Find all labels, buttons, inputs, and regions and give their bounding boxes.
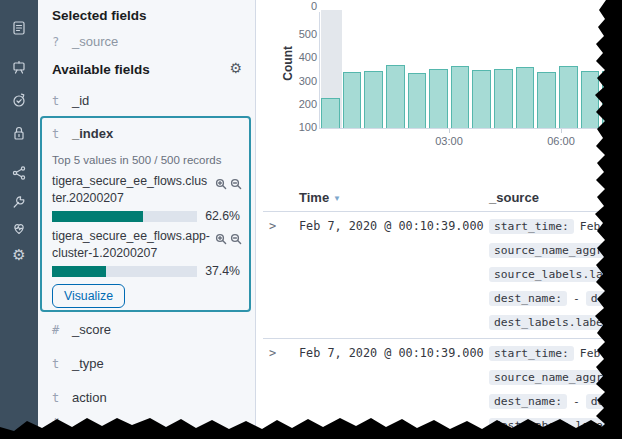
visualize-button[interactable]: Visualize	[52, 284, 125, 308]
expand-chevron-icon[interactable]: >	[269, 219, 276, 233]
histogram-bar[interactable]	[581, 71, 600, 128]
histogram-bar[interactable]	[451, 66, 470, 128]
magnify-minus-icon[interactable]	[230, 233, 242, 245]
y-tick: 200	[289, 98, 317, 110]
logs-icon[interactable]	[10, 19, 28, 37]
magnify-plus-icon[interactable]	[215, 178, 227, 190]
column-header-label: Time	[299, 190, 329, 205]
histogram-bar[interactable]	[386, 65, 405, 128]
y-tick: 500	[289, 28, 317, 40]
y-tick: 400	[289, 51, 317, 63]
histogram-bar[interactable]	[429, 69, 448, 128]
source-field-line: source_name_aggr:	[489, 365, 622, 389]
y-tick: 100	[289, 121, 317, 133]
x-tick-mark	[449, 129, 450, 133]
field-item-id[interactable]: t _id	[52, 93, 89, 108]
top-value-percent: 37.4%	[205, 264, 240, 278]
field-badge: dest_name:	[489, 394, 567, 409]
selected-fields-heading: Selected fields	[52, 8, 147, 23]
top-value-percent: 62.6%	[205, 209, 240, 223]
field-name: _index	[72, 126, 113, 141]
field-value: -	[573, 292, 580, 305]
field-name: _source	[72, 34, 118, 49]
field-badge: start_time:	[489, 346, 574, 361]
histogram-bar[interactable]	[321, 98, 340, 128]
column-header-time[interactable]: Time▼	[299, 190, 341, 205]
column-header-source: _source	[489, 190, 539, 205]
field-name: _score	[72, 322, 111, 337]
histogram-bar[interactable]	[472, 70, 491, 128]
source-field-line: dest_labels.label	[489, 310, 622, 334]
top-values-summary: Top 5 values in 500 / 500 records	[52, 154, 221, 166]
row-source-summary: start_time: Feb 7 source_name_aggr: sour…	[489, 214, 622, 334]
histogram-bar[interactable]	[343, 72, 362, 128]
progress-fill	[52, 211, 143, 222]
top-value-label: tigera_secure_ee_flows.cluster.20200207	[52, 173, 210, 207]
source-field-line: dest_name: - dest	[489, 389, 622, 413]
magnify-plus-icon[interactable]	[215, 233, 227, 245]
field-item-type[interactable]: t _type	[52, 356, 104, 371]
field-name: action	[72, 390, 107, 405]
uptime-icon[interactable]	[10, 91, 28, 109]
field-badge: dest_labels.label	[489, 418, 615, 433]
table-row[interactable]: > Feb 7, 2020 @ 00:10:39.000 start_time:…	[257, 214, 622, 338]
field-settings-gear-icon[interactable]: ⚙	[229, 60, 242, 76]
expand-chevron-icon[interactable]: >	[269, 346, 276, 360]
histogram-bar[interactable]	[602, 71, 621, 128]
field-badge: dest	[586, 394, 622, 409]
app-nav-rail: ⚙	[0, 0, 38, 439]
field-item-source[interactable]: ? _source	[52, 34, 118, 49]
source-field-line: source_labels.lab	[489, 262, 622, 286]
progress-fill	[52, 266, 106, 277]
top-value-bar-row: 62.6%	[52, 209, 240, 223]
discover-field-sidebar: Selected fields ? _source Available fiel…	[38, 0, 256, 439]
monitoring-icon[interactable]	[10, 219, 28, 237]
table-row[interactable]: > Feb 7, 2020 @ 00:10:39.000 start_time:…	[257, 341, 622, 439]
field-item-index[interactable]: t _index	[52, 126, 113, 141]
field-badge: dest	[586, 291, 622, 306]
row-timestamp: Feb 7, 2020 @ 00:10:39.000	[299, 219, 484, 233]
canvas-icon[interactable]	[10, 59, 28, 77]
source-field-line: start_time: Feb 7	[489, 214, 622, 238]
y-tick: 300	[289, 75, 317, 87]
field-type-unknown-icon: ?	[52, 35, 61, 49]
row-source-summary: start_time: Feb 7, source_name_aggr: des…	[489, 341, 622, 437]
field-name: _type	[72, 356, 104, 371]
field-item-score[interactable]: # _score	[52, 322, 111, 337]
graph-icon[interactable]	[10, 164, 28, 182]
histogram-bar[interactable]	[364, 71, 383, 128]
value-filter-buttons	[215, 178, 242, 190]
x-tick-mark	[561, 129, 562, 133]
field-value: -	[573, 395, 580, 408]
histogram-bar[interactable]	[516, 67, 535, 128]
progress-track	[52, 211, 197, 222]
settings-icon[interactable]: ⚙	[10, 246, 28, 264]
y-tick: 0	[289, 0, 317, 12]
magnify-minus-icon[interactable]	[230, 178, 242, 190]
lock-icon[interactable]	[10, 124, 28, 142]
field-item-action[interactable]: t action	[52, 390, 107, 405]
field-badge: dest_labels.label	[489, 315, 615, 330]
source-field-line: start_time: Feb 7,	[489, 341, 622, 365]
field-item-partial[interactable]: #	[52, 416, 72, 430]
sort-descending-icon: ▼	[333, 194, 341, 203]
field-badge: source_name_aggr:	[489, 370, 615, 385]
histogram-bar[interactable]	[559, 66, 578, 128]
header-divider	[263, 211, 622, 212]
field-type-string-icon: t	[52, 357, 61, 371]
field-badge: start_time:	[489, 219, 574, 234]
field-type-string-icon: t	[52, 127, 61, 141]
row-timestamp: Feb 7, 2020 @ 00:10:39.000	[299, 346, 484, 360]
source-field-line: dest_labels.label	[489, 413, 622, 437]
wrench-icon[interactable]	[10, 193, 28, 211]
histogram-bars	[320, 12, 622, 128]
available-fields-heading: Available fields	[52, 62, 150, 77]
field-name: _id	[72, 93, 89, 108]
top-value-label: tigera_secure_ee_flows.app-cluster-1.202…	[52, 228, 210, 262]
x-tick-label: 03:00	[435, 135, 463, 147]
histogram-bar[interactable]	[494, 69, 513, 128]
histogram-bar[interactable]	[408, 73, 427, 128]
field-badge: source_labels.lab	[489, 267, 615, 282]
discover-main: Count 500 400 300 200 100 0 03:00 06:00 …	[257, 0, 622, 439]
histogram-bar[interactable]	[537, 72, 556, 128]
